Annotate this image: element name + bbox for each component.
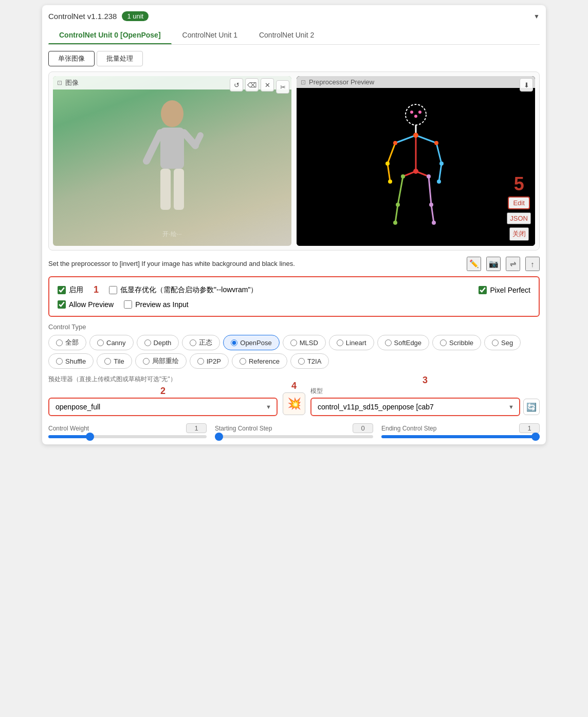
radio-reference[interactable]: Reference bbox=[232, 353, 287, 369]
preview-as-input-label: Preview as Input bbox=[135, 300, 189, 309]
svg-line-24 bbox=[431, 205, 434, 223]
allow-preview-checkbox-label[interactable]: Allow Preview bbox=[58, 300, 114, 309]
preprocessor-col: 预处理器（直接上传模式图或草稿时可选"无"） 2 openpose_full bbox=[48, 375, 278, 416]
header-dropdown-arrow[interactable]: ▼ bbox=[534, 13, 540, 20]
svg-point-26 bbox=[393, 141, 397, 145]
right-panel-header: ⊡ Preprocessor Preview bbox=[297, 76, 535, 88]
svg-point-32 bbox=[427, 174, 431, 178]
preprocessor-col-label: 预处理器（直接上传模式图或草稿时可选"无"） bbox=[48, 375, 278, 384]
model-number-row: 3 bbox=[310, 375, 540, 386]
run-btn-col: 4 💥 bbox=[283, 381, 305, 416]
tab-controlnet-unit2[interactable]: ControlNet Unit 2 bbox=[248, 26, 325, 44]
radio-canny[interactable]: Canny bbox=[89, 335, 134, 350]
radio-scribble[interactable]: Scribble bbox=[432, 335, 481, 350]
radio-tile[interactable]: Tile bbox=[97, 353, 132, 369]
run-number: 4 bbox=[291, 381, 297, 391]
radio-depth[interactable]: Depth bbox=[137, 335, 179, 350]
tab-controlnet-unit0[interactable]: ControlNet Unit 0 [OpenPose] bbox=[48, 26, 172, 44]
slider-row: Control Weight 1 Starting Control Step 0… bbox=[48, 423, 540, 438]
clear-button[interactable]: ⌫ bbox=[245, 78, 259, 92]
pixel-perfect-label: Pixel Perfect bbox=[490, 286, 530, 294]
control-weight-slider[interactable] bbox=[48, 435, 207, 438]
image-panels: ⊡ 图像 ↺ ⌫ ✕ ✂ bbox=[48, 71, 540, 250]
info-text: Set the preprocessor to [invert] If your… bbox=[48, 259, 467, 269]
sliders-section: Control Weight 1 Starting Control Step 0… bbox=[48, 423, 540, 438]
allow-preview-label: Allow Preview bbox=[69, 300, 114, 309]
preview-as-input-checkbox-label[interactable]: Preview as Input bbox=[124, 300, 189, 309]
preprocessor-value: openpose_full bbox=[56, 403, 100, 411]
camera-icon-button[interactable]: 📷 bbox=[486, 257, 501, 271]
svg-point-33 bbox=[396, 203, 400, 207]
enable-checkbox-label[interactable]: 启用 bbox=[58, 285, 83, 295]
lowvram-checkbox[interactable] bbox=[109, 286, 117, 294]
model-col-label: 模型 bbox=[310, 387, 540, 396]
svg-point-37 bbox=[388, 180, 392, 184]
info-bar: Set the preprocessor to [invert] If your… bbox=[48, 257, 540, 271]
radio-all[interactable]: 全部 bbox=[48, 335, 86, 350]
enable-checkbox[interactable] bbox=[58, 286, 66, 294]
svg-point-34 bbox=[429, 203, 433, 207]
left-image-panel: ⊡ 图像 ↺ ⌫ ✕ ✂ bbox=[53, 76, 291, 246]
sub-tabs: 单张图像 批量处理 bbox=[48, 51, 540, 66]
svg-line-22 bbox=[395, 205, 398, 223]
starting-step-header: Starting Control Step 0 bbox=[215, 423, 373, 433]
svg-point-8 bbox=[410, 111, 413, 114]
ending-step-label: Ending Control Step bbox=[381, 425, 436, 432]
json-button[interactable]: JSON bbox=[507, 212, 531, 224]
radio-normal[interactable]: 正态 bbox=[182, 335, 220, 350]
radio-t2ia[interactable]: T2IA bbox=[290, 353, 329, 369]
download-button[interactable]: ⬇ bbox=[520, 78, 533, 92]
sub-tab-single[interactable]: 单张图像 bbox=[48, 51, 95, 66]
upload-icon-button[interactable]: ↑ bbox=[525, 257, 540, 271]
run-preprocessor-button[interactable]: 💥 bbox=[283, 392, 305, 415]
svg-line-23 bbox=[429, 176, 431, 205]
tab-controlnet-unit1[interactable]: ControlNet Unit 1 bbox=[172, 26, 248, 44]
model-select-refresh-row: control_v11p_sd15_openpose [cab7 🔄 bbox=[310, 398, 540, 416]
sub-tab-batch[interactable]: 批量处理 bbox=[97, 51, 143, 66]
undo-button[interactable]: ↺ bbox=[230, 78, 243, 92]
radio-lineart[interactable]: Lineart bbox=[329, 335, 374, 350]
right-panel-label: Preprocessor Preview bbox=[309, 78, 374, 86]
radio-openpose[interactable]: OpenPose bbox=[223, 335, 279, 350]
starting-step-slider[interactable] bbox=[215, 435, 373, 438]
close-pose-button[interactable]: 关闭 bbox=[509, 227, 529, 241]
right-image-panel: ⊡ Preprocessor Preview ⬇ bbox=[297, 76, 535, 246]
pose-number: 5 bbox=[514, 175, 524, 193]
main-container: ControlNet v1.1.238 1 unit ▼ ControlNet … bbox=[42, 5, 546, 444]
scissors-button[interactable]: ✂ bbox=[276, 80, 289, 94]
header-bar: ControlNet v1.1.238 1 unit ▼ bbox=[48, 11, 540, 21]
model-select[interactable]: control_v11p_sd15_openpose [cab7 bbox=[310, 398, 520, 416]
edit-button[interactable]: Edit bbox=[508, 196, 529, 209]
left-panel-label: 图像 bbox=[65, 78, 79, 87]
swap-icon-button[interactable]: ⇌ bbox=[506, 257, 520, 271]
control-weight-value[interactable]: 1 bbox=[186, 423, 207, 433]
preview-as-input-checkbox[interactable] bbox=[124, 300, 132, 309]
refresh-model-button[interactable]: 🔄 bbox=[523, 399, 540, 415]
preprocessor-select[interactable]: openpose_full bbox=[48, 398, 278, 416]
close-button[interactable]: ✕ bbox=[261, 78, 274, 92]
starting-step-value[interactable]: 0 bbox=[353, 423, 373, 433]
ending-step-slider[interactable] bbox=[381, 435, 540, 438]
radio-inpaint[interactable]: 局部重绘 bbox=[135, 353, 187, 369]
radio-shuffle[interactable]: Shuffle bbox=[48, 353, 94, 369]
radio-mlsd[interactable]: MLSD bbox=[283, 335, 326, 350]
radio-softedge[interactable]: SoftEdge bbox=[377, 335, 430, 350]
right-panel-actions: 5 Edit JSON 关闭 bbox=[507, 175, 531, 241]
radio-seg[interactable]: Seg bbox=[484, 335, 521, 350]
control-type-radio-grid: 全部 Canny Depth 正态 OpenPose MLSD Lineart bbox=[48, 335, 540, 369]
pixel-perfect-checkbox-label[interactable]: Pixel Perfect bbox=[479, 286, 530, 294]
ending-step-value[interactable]: 1 bbox=[519, 423, 540, 433]
svg-point-9 bbox=[418, 111, 421, 114]
pixel-perfect-checkbox[interactable] bbox=[479, 286, 487, 294]
svg-line-12 bbox=[395, 135, 416, 143]
options-box: 启用 1 低显存优化（需配合启动参数"--lowvram"） Pixel Per… bbox=[48, 276, 540, 317]
svg-point-36 bbox=[432, 221, 436, 225]
unit-badge: 1 unit bbox=[122, 11, 149, 21]
radio-ip2p[interactable]: IP2P bbox=[190, 353, 229, 369]
allow-preview-checkbox[interactable] bbox=[58, 300, 66, 309]
lowvram-checkbox-label[interactable]: 低显存优化（需配合启动参数"--lowvram"） bbox=[109, 285, 258, 295]
svg-point-10 bbox=[414, 115, 417, 118]
options-row-1: 启用 1 低显存优化（需配合启动参数"--lowvram"） Pixel Per… bbox=[58, 284, 530, 295]
ending-step-header: Ending Control Step 1 bbox=[381, 423, 540, 433]
edit-icon-button[interactable]: ✏️ bbox=[467, 257, 481, 271]
